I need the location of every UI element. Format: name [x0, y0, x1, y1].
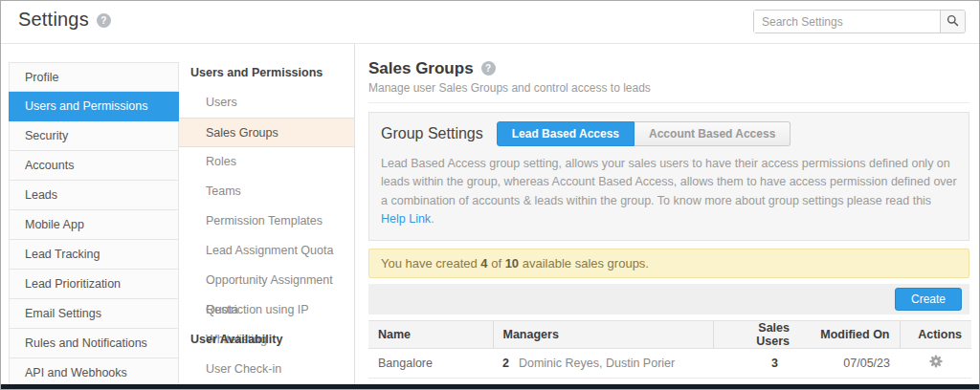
page-title-text: Settings: [18, 9, 89, 30]
table-row: Bangalore 2Dominic Reyes, Dustin Porier …: [368, 348, 971, 378]
window-bottom-edge: [1, 384, 979, 389]
section-subtitle: Manage user Sales Groups and control acc…: [368, 81, 969, 95]
submenu-header-user-availability: User Availability: [179, 325, 354, 355]
groups-quota-notice: You have created 4 of 10 available sales…: [368, 249, 969, 278]
column-header-actions: Actions: [900, 320, 971, 348]
submenu-header-users-and-permissions: Users and Permissions: [179, 58, 354, 88]
group-settings-description: Lead Based Access group setting, allows …: [381, 155, 957, 229]
sales-groups-table: Name Managers Sales Users Modified On Ac…: [368, 320, 971, 390]
page-title: Settings?: [18, 9, 111, 31]
tab-lead-based-access[interactable]: Lead Based Access: [497, 121, 635, 146]
settings-search: [753, 10, 966, 33]
sidebar-item-security[interactable]: Security: [9, 121, 179, 151]
sidebar-item-accounts[interactable]: Accounts: [9, 151, 179, 181]
table-toolbar: Create: [368, 284, 969, 314]
sales-users-count: 3: [713, 348, 799, 378]
search-button[interactable]: [940, 11, 965, 32]
submenu-item-restriction-ip-whitelisting[interactable]: Restriction using IP Whitelisting: [179, 295, 354, 325]
help-icon[interactable]: ?: [481, 61, 496, 76]
submenu-item-roles[interactable]: Roles: [179, 147, 354, 177]
search-input[interactable]: [754, 11, 940, 32]
group-settings-panel: Group Settings Lead Based Access Account…: [368, 112, 969, 241]
submenu-item-sales-groups[interactable]: Sales Groups: [179, 118, 354, 147]
submenu-item-teams[interactable]: Teams: [179, 177, 354, 206]
modified-on-date: 07/05/23: [799, 348, 900, 378]
top-header: Settings?: [1, 1, 979, 44]
submenu-item-lead-assignment-quota[interactable]: Lead Assignment Quota: [179, 236, 354, 266]
settings-sidebar: Profile Users and Permissions Security A…: [1, 44, 179, 390]
group-managers: 2Dominic Reyes, Dustin Porier: [493, 348, 713, 378]
sidebar-item-leads[interactable]: Leads: [9, 181, 179, 210]
column-header-name: Name: [368, 320, 493, 348]
sidebar-item-profile[interactable]: Profile: [9, 62, 179, 92]
gear-icon: [929, 357, 943, 371]
sidebar-item-lead-tracking[interactable]: Lead Tracking: [9, 240, 179, 270]
access-tab-group: Lead Based Access Account Based Access: [497, 121, 791, 146]
column-header-managers: Managers: [493, 320, 713, 348]
sales-groups-content: Sales Groups? Manage user Sales Groups a…: [355, 44, 979, 390]
magnifier-icon: [947, 14, 959, 30]
groups-total-count: 10: [505, 256, 519, 271]
sidebar-item-rules-and-notifications[interactable]: Rules and Notifications: [9, 329, 179, 358]
help-link[interactable]: Help Link: [381, 212, 431, 226]
sidebar-item-email-settings[interactable]: Email Settings: [9, 299, 179, 329]
sidebar-item-lead-prioritization[interactable]: Lead Prioritization: [9, 270, 179, 299]
submenu-item-permission-templates[interactable]: Permission Templates: [179, 206, 354, 236]
sidebar-item-mobile-app[interactable]: Mobile App: [9, 210, 179, 240]
submenu-item-users[interactable]: Users: [179, 88, 354, 118]
help-icon[interactable]: ?: [97, 13, 111, 28]
users-permissions-submenu: Users and Permissions Users Sales Groups…: [179, 44, 355, 390]
divider: [368, 102, 969, 103]
group-settings-label: Group Settings: [381, 125, 483, 142]
create-button[interactable]: Create: [895, 288, 962, 311]
section-title: Sales Groups?: [368, 59, 969, 78]
column-header-sales-users: Sales Users: [713, 320, 799, 348]
tab-account-based-access[interactable]: Account Based Access: [635, 121, 791, 146]
group-name: Bangalore: [368, 348, 493, 378]
submenu-item-opportunity-assignment-quota[interactable]: Opportunity Assignment Quota: [179, 266, 354, 295]
settings-page: Settings? Profile Users and Permissions …: [0, 0, 980, 390]
submenu-item-user-check-in[interactable]: User Check-in: [179, 355, 354, 384]
row-actions-button[interactable]: [927, 353, 945, 373]
table-header-row: Name Managers Sales Users Modified On Ac…: [368, 320, 971, 348]
sidebar-item-users-and-permissions[interactable]: Users and Permissions: [9, 92, 179, 121]
groups-created-count: 4: [480, 256, 487, 271]
column-header-modified-on: Modified On: [799, 320, 900, 348]
body: Profile Users and Permissions Security A…: [1, 44, 979, 390]
